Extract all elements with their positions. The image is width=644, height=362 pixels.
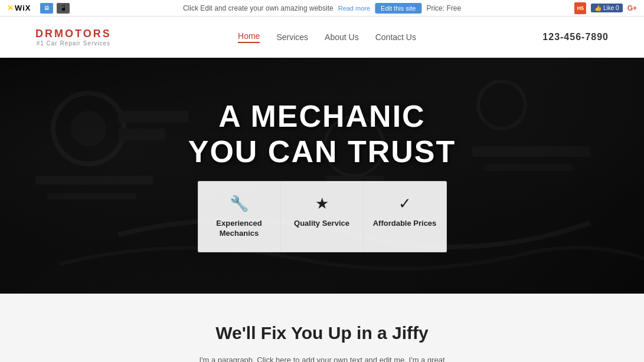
wix-x-icon: ✕ [7,4,14,12]
bottom-section: We'll Fix You Up in a Jiffy I'm a paragr… [0,294,644,362]
html5-badge: H5 [574,2,586,14]
desktop-icon[interactable]: 🖥 [40,3,53,14]
device-icons: 🖥 📱 [40,3,70,14]
hero-line2: YOU CAN TRUST [188,134,456,170]
svg-rect-0 [0,58,644,294]
phone-number: 123-456-7890 [542,32,609,42]
hero-line1: A MECHANIC [188,99,456,134]
feature-card-mechanics: 🔧 Experienced Mechanics [198,182,281,252]
hero-content: A MECHANIC YOU CAN TRUST [188,99,456,170]
facebook-like[interactable]: 👍 Like 0 [591,4,622,12]
svg-rect-6 [47,193,136,199]
price-label: Price: Free [426,4,461,12]
nav-contact[interactable]: Contact Us [375,32,416,42]
svg-rect-9 [484,164,573,171]
hero-section: A MECHANIC YOU CAN TRUST 🔧 Experienced M… [0,58,644,294]
logo-name: DRMOTORS [35,28,112,40]
wix-logo: ✕ WiX [7,4,31,12]
feature-quality-label: Quality Service [290,219,354,229]
feature-mechanics-label: Experienced Mechanics [208,219,271,239]
nav-home[interactable]: Home [238,31,260,43]
logo-area: DRMOTORS #1 Car Repair Services [35,28,112,47]
svg-rect-8 [472,146,590,157]
svg-point-2 [71,111,106,146]
hero-overlay [0,58,644,294]
cards-container: 🔧 Experienced Mechanics ★ Quality Servic… [198,181,447,252]
feature-card-quality: ★ Quality Service [281,182,364,252]
bottom-paragraph: I'm a paragraph. Click here to add your … [198,354,446,362]
hero-title: A MECHANIC YOU CAN TRUST [188,99,456,170]
svg-point-1 [53,93,124,164]
feature-cards-wrapper: 🔧 Experienced Mechanics ★ Quality Servic… [198,181,447,252]
bottom-title: We'll Fix You Up in a Jiffy [35,323,609,343]
svg-point-7 [478,81,525,129]
nav-about[interactable]: About Us [325,32,359,42]
wix-bar-center: Click Edit and create your own amazing w… [183,3,461,14]
feature-prices-label: Affordable Prices [373,219,437,229]
logo-sub: #1 Car Repair Services [35,40,112,47]
svg-rect-4 [118,129,165,140]
wix-bar-right: H5 👍 Like 0 G+ [574,2,637,14]
edit-this-site-button[interactable]: Edit this site [375,3,421,14]
wix-top-bar: ✕ WiX 🖥 📱 Click Edit and create your own… [0,0,644,17]
star-icon: ★ [290,195,354,213]
google-plus[interactable]: G+ [627,4,637,12]
hero-background [0,58,644,294]
site-nav: Home Services About Us Contact Us [238,31,416,43]
checkmark-icon: ✓ [373,195,437,213]
mobile-icon[interactable]: 📱 [57,3,70,14]
logo-dr: DR [35,28,54,40]
wix-brand-text: WiX [15,4,31,12]
wrench-icon: 🔧 [208,195,271,213]
edit-prompt-text: Click Edit and create your own amazing w… [183,4,334,12]
svg-rect-3 [118,111,189,123]
logo-motors: MOTORS [54,28,112,40]
site-header: DRMOTORS #1 Car Repair Services Home Ser… [0,17,644,58]
nav-services[interactable]: Services [276,32,308,42]
svg-rect-5 [35,176,153,185]
hero-engine-svg [0,58,644,294]
feature-card-prices: ✓ Affordable Prices [364,182,446,252]
wix-bar-left: ✕ WiX 🖥 📱 [7,3,70,14]
read-more-link[interactable]: Read more [338,5,370,12]
